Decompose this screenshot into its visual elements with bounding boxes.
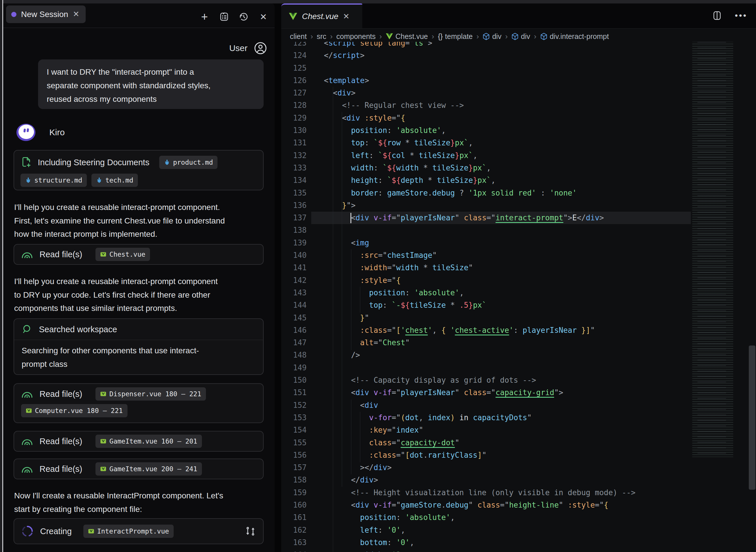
file-chip-structure-md[interactable]: structure.md <box>20 174 87 187</box>
breadcrumb-item-chest-vue[interactable]: Chest.vue <box>386 32 428 41</box>
line-number: 139 <box>281 237 306 249</box>
diff-changes-icon[interactable] <box>245 526 256 537</box>
read-files-card[interactable]: Read file(s) GameItem.vue 160 – 201 <box>14 431 264 452</box>
spinner-icon <box>21 525 34 538</box>
indent-guide <box>342 112 342 487</box>
user-message-line: separate component with standardized sty… <box>47 79 255 92</box>
file-chip-tech-md[interactable]: tech.md <box>92 174 138 187</box>
read-files-card[interactable]: Read file(s) Chest.vue <box>14 244 264 265</box>
window-left-edge <box>0 0 2 552</box>
file-chip-label: GameItem.vue 160 – 201 <box>109 437 197 445</box>
file-chip-gameitem-vue[interactable]: GameItem.vue 160 – 201 <box>96 435 202 448</box>
line-number: 134 <box>281 174 306 186</box>
close-panel-button[interactable]: ✕ <box>257 11 270 22</box>
code-line-153: 153 v-for="(dot, index) in capacityDots" <box>281 412 756 424</box>
line-number: 133 <box>281 162 306 174</box>
vue-logo-icon <box>289 13 297 20</box>
line-number: 160 <box>281 499 306 511</box>
assistant-row: Kiro <box>16 122 65 142</box>
vue-file-icon <box>88 528 94 534</box>
code-line-164: 164 width: '2 <box>281 549 756 552</box>
line-number: 142 <box>281 274 306 287</box>
steering-title: Including Steering Documents <box>38 158 149 167</box>
file-chip-computer-vue[interactable]: Computer.vue 180 – 221 <box>21 404 127 417</box>
breadcrumb-item-template[interactable]: {}template <box>438 32 473 41</box>
line-number: 157 <box>281 461 306 474</box>
chat-topbar: New Session ✕ + ✕ <box>3 3 275 28</box>
code-line-125: 125 <box>281 62 756 75</box>
code-editor[interactable]: 123<script setup lang="ts">124</script>1… <box>281 42 756 552</box>
file-chip-product-md[interactable]: product.md <box>159 156 218 169</box>
editor-panel: Chest.vue ✕ ••• client›src›components›Ch… <box>281 3 756 552</box>
breadcrumb: client›src›components›Chest.vue›{}templa… <box>290 30 609 43</box>
user-message: I want to DRY the "interact-prompt" into… <box>38 59 264 109</box>
task-list-button[interactable] <box>218 11 231 22</box>
line-number: 144 <box>281 299 306 311</box>
breadcrumb-separator: › <box>330 32 333 41</box>
session-close-icon[interactable]: ✕ <box>73 10 79 18</box>
code-line-143: 143 position: 'absolute', <box>281 287 756 299</box>
file-chip-chest-vue[interactable]: Chest.vue <box>96 248 150 261</box>
file-chip-label: InteractPrompt.vue <box>97 528 169 535</box>
code-line-136: 136 }"> <box>281 199 756 212</box>
breadcrumb-item-src[interactable]: src <box>317 32 326 41</box>
editor-tab-close-icon[interactable]: ✕ <box>343 13 350 20</box>
code-line-150: 150 <!-- Capacity display as grid of dot… <box>281 374 756 387</box>
line-number: 161 <box>281 511 306 524</box>
assistant-paragraph: I'll help you create a reusable interact… <box>14 201 225 241</box>
line-number: 123 <box>281 42 306 49</box>
paragraph-line: to DRY up your code. Let's first check i… <box>14 288 218 302</box>
steering-documents-card[interactable]: Including Steering Documents product.md … <box>14 150 264 190</box>
breadcrumb-separator: › <box>505 32 508 41</box>
read-eye-icon <box>21 250 33 259</box>
editor-scrollbar[interactable] <box>749 346 755 490</box>
line-number: 164 <box>281 549 306 552</box>
creating-file-card[interactable]: Creating InteractPrompt.vue <box>14 518 264 544</box>
searched-workspace-header[interactable]: Searched workspace <box>14 319 263 340</box>
breadcrumb-item-client[interactable]: client <box>290 32 306 41</box>
search-query-line: Searching for other components that use … <box>22 344 256 358</box>
line-number: 141 <box>281 262 306 274</box>
user-row: User <box>229 41 267 55</box>
file-chip-gameitem-vue[interactable]: GameItem.vue 200 – 241 <box>96 462 202 475</box>
split-editor-icon[interactable] <box>712 10 723 21</box>
minimap[interactable] <box>692 42 733 457</box>
code-line-142: 142 :style="{ <box>281 274 756 287</box>
indent-guide <box>333 87 333 552</box>
code-line-126: 126<template> <box>281 75 756 87</box>
code-line-159: 159 <!-- Height visualization line (only… <box>281 487 756 499</box>
code-line-144: 144 top: `-${tileSize * .5}px` <box>281 299 756 311</box>
breadcrumb-item-components[interactable]: components <box>336 32 376 41</box>
searched-workspace-card[interactable]: Searched workspace Searching for other c… <box>14 318 264 375</box>
line-number: 131 <box>281 137 306 149</box>
breadcrumb-separator: › <box>310 32 313 41</box>
read-files-card[interactable]: Read file(s) Dispenser.vue 180 – 221 Com… <box>14 383 264 423</box>
new-session-button[interactable]: + <box>198 11 211 22</box>
searched-workspace-title: Searched workspace <box>39 325 117 334</box>
file-chip-label: tech.md <box>105 176 133 184</box>
read-files-card[interactable]: Read file(s) GameItem.vue 200 – 241 <box>14 458 264 479</box>
line-number: 158 <box>281 474 306 486</box>
file-chip-label: GameItem.vue 200 – 241 <box>109 465 197 473</box>
file-chip-dispenser-vue[interactable]: Dispenser.vue 180 – 221 <box>96 387 206 401</box>
searched-workspace-body: Searching for other components that use … <box>14 340 263 371</box>
line-number: 163 <box>281 536 306 549</box>
more-actions-icon[interactable]: ••• <box>735 11 747 20</box>
code-line-155: 155 class="capacity-dot" <box>281 437 756 449</box>
line-number: 148 <box>281 349 306 361</box>
breadcrumb-item-div[interactable]: div <box>483 32 501 41</box>
paragraph-line: start by creating the component file: <box>14 503 223 516</box>
code-line-145: 145 }" <box>281 312 756 324</box>
indent-guide <box>351 249 351 350</box>
line-number: 132 <box>281 149 306 162</box>
user-message-line: reused across my components <box>47 92 255 106</box>
file-chip-interactprompt-vue[interactable]: InteractPrompt.vue <box>83 525 174 538</box>
assistant-paragraph: I'll help you create a reusable interact… <box>14 275 218 315</box>
line-number: 152 <box>281 399 306 412</box>
breadcrumb-item-div-interact-prompt[interactable]: div.interact-prompt <box>540 32 609 41</box>
editor-tab-chest-vue[interactable]: Chest.vue ✕ <box>281 3 362 28</box>
breadcrumb-item-div[interactable]: div <box>511 32 530 41</box>
session-tab[interactable]: New Session ✕ <box>6 5 86 23</box>
code-line-151: 151 <div v-if="playerIsNear" class="capa… <box>281 387 756 399</box>
history-button[interactable] <box>237 11 250 22</box>
